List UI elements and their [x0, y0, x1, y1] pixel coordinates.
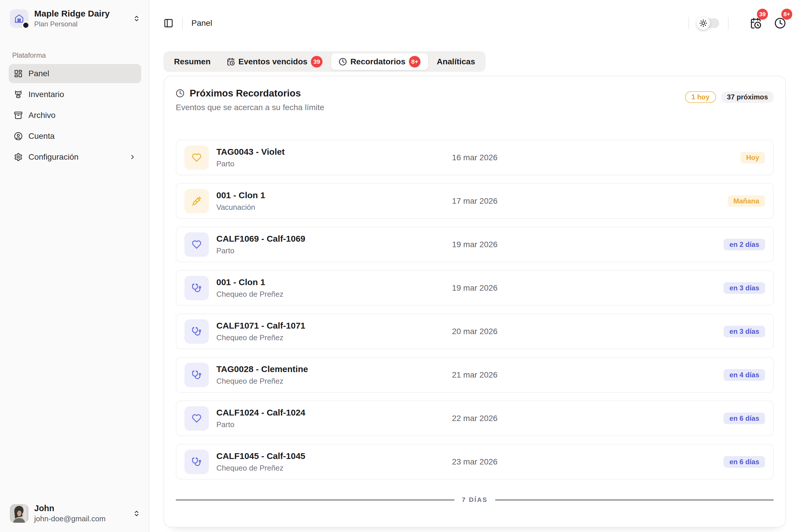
chevrons-up-down-icon [133, 15, 140, 22]
tab-label: Recordatorios [350, 57, 405, 66]
sidebar-item-label: Panel [29, 69, 49, 78]
tab-resumen[interactable]: Resumen [166, 53, 218, 70]
reminder-type: Vacunación [216, 203, 265, 212]
theme-toggle-knob [697, 17, 710, 30]
card-title: Próximos Recordatorios [190, 88, 301, 99]
heart-icon [192, 240, 202, 249]
reminder-date: 16 mar 2026 [425, 153, 524, 162]
sidebar-nav: Panel Inventario Archivo [9, 64, 141, 167]
archive-icon [14, 111, 23, 120]
tab-label: Analíticas [437, 57, 475, 66]
reminder-animal: CALF1069 - Calf-1069 [216, 234, 305, 244]
topbar-divider [182, 17, 183, 29]
sidebar-item-label: Inventario [29, 90, 64, 99]
reminder-row[interactable]: TAG0028 - Clementine Chequeo de Preñez 2… [176, 357, 774, 393]
reminder-animal: TAG0043 - Violet [216, 147, 285, 157]
reminder-due-badge: en 4 días [724, 369, 765, 381]
reminder-animal: CALF1071 - Calf-1071 [216, 321, 305, 330]
sidebar-toggle-button[interactable] [164, 18, 174, 28]
upcoming-count-badge: 37 próximos [721, 91, 774, 103]
reminder-type: Chequeo de Preñez [216, 333, 305, 342]
sidebar-item-cuenta[interactable]: Cuenta [9, 127, 141, 146]
reminder-type: Chequeo de Preñez [216, 463, 305, 473]
reminder-type: Chequeo de Preñez [216, 377, 308, 386]
sidebar-item-panel[interactable]: Panel [9, 64, 141, 83]
chevrons-up-down-icon [133, 510, 140, 517]
tab-count-badge: 8+ [409, 56, 420, 68]
reminder-date: 21 mar 2026 [425, 370, 524, 380]
theme-toggle[interactable] [698, 18, 719, 28]
reminder-type: Parto [216, 420, 305, 429]
reminder-row[interactable]: CALF1069 - Calf-1069 Parto 19 mar 2026 e… [176, 227, 774, 262]
tab-count-badge: 39 [311, 56, 323, 68]
sidebar-item-configuracion[interactable]: Configuración [9, 148, 141, 167]
gear-icon [14, 153, 23, 162]
tab-eventos-vencidos[interactable]: Eventos vencidos 39 [219, 53, 330, 70]
org-name: Maple Ridge Dairy [34, 9, 110, 19]
reminders-list: TAG0043 - Violet Parto 16 mar 2026 Hoy 0… [176, 140, 774, 479]
topbar-divider [689, 17, 689, 29]
reminder-animal: TAG0028 - Clementine [216, 364, 308, 374]
tab-analiticas[interactable]: Analíticas [429, 53, 483, 70]
reminder-date: 17 mar 2026 [425, 196, 524, 206]
stethoscope-icon [192, 457, 202, 467]
sidebar-section-label: Plataforma [9, 51, 141, 59]
reminder-icon-tile [184, 319, 209, 344]
circle-user-icon [14, 132, 23, 140]
breadcrumb: Panel [192, 19, 212, 28]
card-header: Próximos Recordatorios Eventos que se ac… [176, 88, 774, 112]
stethoscope-icon [192, 326, 202, 337]
sidebar: Maple Ridge Dairy Plan Personal Platafor… [0, 0, 149, 532]
reminder-row[interactable]: CALF1024 - Calf-1024 Parto 22 mar 2026 e… [176, 400, 774, 436]
calendar-clock-icon [227, 58, 235, 66]
reminder-row[interactable]: CALF1045 - Calf-1045 Chequeo de Preñez 2… [176, 444, 774, 479]
user-menu[interactable]: John john-doe@gmail.com [9, 502, 141, 525]
org-switcher[interactable]: Maple Ridge Dairy Plan Personal [9, 8, 141, 29]
reminder-row[interactable]: 001 - Clon 1 Vacunación 17 mar 2026 Maña… [176, 183, 774, 219]
main-content: Panel 39 [149, 0, 801, 532]
topbar-divider [728, 17, 728, 29]
seven-days-label: 7 DÍAS [462, 496, 488, 504]
reminder-row[interactable]: 001 - Clon 1 Chequeo de Preñez 19 mar 20… [176, 270, 774, 306]
dashboard-tabs: Resumen Eventos vencidos 39 Recordatorio… [164, 51, 486, 72]
reminder-row[interactable]: TAG0043 - Violet Parto 16 mar 2026 Hoy [176, 140, 774, 175]
reminder-row[interactable]: CALF1071 - Calf-1071 Chequeo de Preñez 2… [176, 314, 774, 349]
sidebar-item-inventario[interactable]: Inventario [9, 85, 141, 104]
today-count-badge: 1 hoy [685, 91, 716, 103]
reminder-due-badge: en 3 días [724, 326, 765, 337]
reminder-animal: CALF1024 - Calf-1024 [216, 408, 305, 418]
stethoscope-icon [192, 283, 202, 293]
reminder-date: 19 mar 2026 [425, 283, 524, 293]
stethoscope-icon [192, 370, 202, 380]
tab-recordatorios[interactable]: Recordatorios 8+ [331, 53, 428, 70]
reminder-due-badge: en 3 días [724, 282, 765, 294]
sidebar-item-archivo[interactable]: Archivo [9, 106, 141, 125]
sidebar-item-label: Cuenta [29, 132, 55, 141]
heart-icon [192, 414, 202, 423]
reminder-due-badge: Mañana [728, 195, 765, 207]
panel-left-icon [164, 18, 174, 28]
clock-icon [339, 58, 347, 66]
reminder-due-badge: en 2 días [724, 239, 765, 250]
reminder-type: Parto [216, 246, 305, 255]
org-status-dot [22, 21, 30, 29]
reminder-icon-tile [184, 363, 209, 387]
reminders-count-badge: 8+ [781, 9, 792, 20]
reminder-icon-tile [184, 406, 209, 431]
clock-icon [176, 89, 184, 98]
reminder-date: 22 mar 2026 [425, 414, 524, 423]
heart-icon [192, 153, 202, 163]
reminders-button[interactable]: 8+ [774, 17, 786, 29]
overdue-events-button[interactable]: 39 [750, 17, 762, 29]
topbar: Panel 39 [164, 0, 786, 46]
topbar-actions: 39 8+ [680, 17, 786, 29]
reminder-date: 19 mar 2026 [425, 240, 524, 249]
reminder-type: Parto [216, 159, 285, 168]
org-plan: Plan Personal [34, 20, 110, 28]
chevron-right-icon [129, 154, 136, 160]
cow-icon [14, 90, 23, 99]
reminder-animal: 001 - Clon 1 [216, 277, 283, 287]
tab-label: Eventos vencidos [238, 57, 307, 66]
reminder-icon-tile [184, 450, 209, 474]
avatar-photo [10, 504, 29, 523]
